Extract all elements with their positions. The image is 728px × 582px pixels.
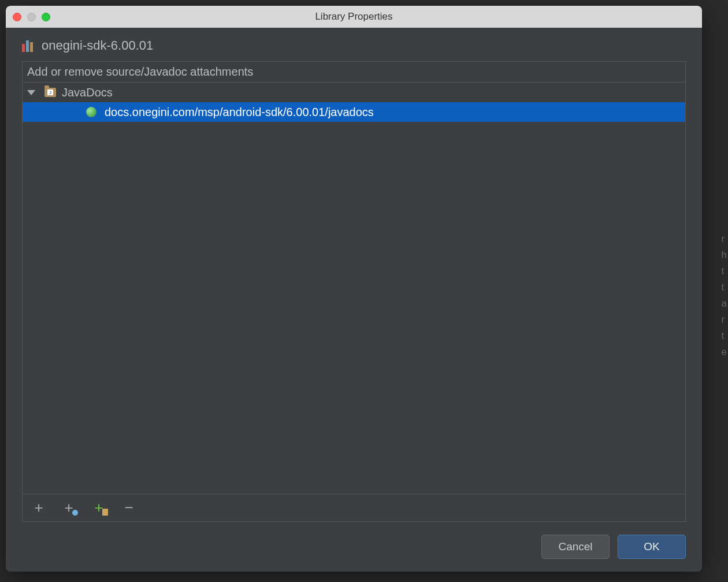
add-file-button[interactable] [91,500,107,516]
add-button[interactable] [31,500,47,516]
attachments-panel: Add or remove source/Javadoc attachments… [22,61,686,522]
panel-header: Add or remove source/Javadoc attachments [23,62,685,83]
remove-button[interactable] [121,500,137,516]
library-header: onegini-sdk-6.00.01 [6,28,702,61]
minimize-window-button[interactable] [27,13,36,21]
folder-icon: J [44,88,56,97]
tree-node-javadocs[interactable]: J JavaDocs [23,83,685,102]
tree-node-label: docs.onegini.com/msp/android-sdk/6.00.01… [105,106,374,119]
dialog-footer: Cancel OK [6,522,702,572]
close-window-button[interactable] [13,13,21,21]
tree-node-javadoc-url[interactable]: docs.onegini.com/msp/android-sdk/6.00.01… [23,102,685,122]
globe-icon [86,107,96,117]
dialog-content: onegini-sdk-6.00.01 Add or remove source… [6,28,702,572]
ok-button[interactable]: OK [618,535,686,559]
library-icon [22,39,35,52]
cancel-button[interactable]: Cancel [541,535,610,559]
library-name: onegini-sdk-6.00.01 [42,38,153,53]
tree-node-label: JavaDocs [62,86,113,99]
dialog-window: Library Properties onegini-sdk-6.00.01 A… [6,6,702,572]
window-controls [13,13,50,21]
add-url-button[interactable] [61,500,77,516]
tree-area[interactable]: J JavaDocs docs.onegini.com/msp/android-… [23,83,685,494]
panel-toolbar [23,494,685,521]
maximize-window-button[interactable] [42,13,50,21]
chevron-down-icon[interactable] [27,90,35,95]
window-title: Library Properties [6,11,702,23]
background-text-fragment: r h t t a r t e [722,231,727,360]
titlebar: Library Properties [6,6,702,28]
